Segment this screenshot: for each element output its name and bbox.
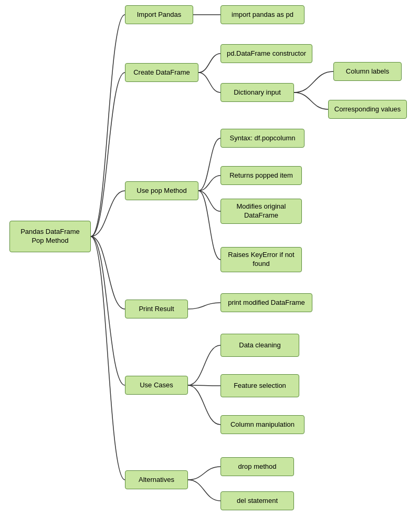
connection-root-print — [91, 236, 125, 309]
connection-root-usepop — [91, 191, 125, 236]
connection-usepop-syntax — [198, 138, 220, 191]
node-del_stmt: del statement — [220, 491, 294, 510]
node-col_manip: Column manipulation — [220, 415, 304, 434]
connection-usecases-col_manip — [188, 385, 220, 425]
connection-usepop-returns — [198, 176, 220, 191]
node-syntax: Syntax: df.popcolumn — [220, 129, 304, 148]
connection-root-usecases — [91, 236, 125, 385]
connection-root-alternatives — [91, 236, 125, 480]
connection-print-print_modified — [188, 303, 220, 309]
node-print_modified: print modified DataFrame — [220, 293, 312, 312]
connection-root-import — [91, 15, 125, 236]
node-corr_values: Corresponding values — [328, 100, 407, 119]
connection-alternatives-del_stmt — [188, 480, 220, 501]
node-drop_method: drop method — [220, 457, 294, 476]
node-data_cleaning: Data cleaning — [220, 334, 299, 357]
connection-alternatives-drop_method — [188, 467, 220, 480]
connection-usepop-raises — [198, 191, 220, 260]
node-alternatives: Alternatives — [125, 470, 188, 489]
connection-dict_input-col_labels — [294, 71, 333, 92]
node-raises: Raises KeyError if not found — [220, 247, 302, 272]
node-col_labels: Column labels — [333, 62, 402, 81]
node-root: Pandas DataFrame Pop Method — [9, 221, 91, 252]
node-usepop: Use pop Method — [125, 181, 198, 200]
connection-usecases-feature_sel — [188, 385, 220, 386]
connection-create-pd_constructor — [198, 54, 220, 73]
node-returns: Returns popped item — [220, 166, 302, 185]
mindmap-container: Pandas DataFrame Pop MethodImport Pandas… — [0, 0, 420, 525]
node-import: Import Pandas — [125, 5, 193, 24]
connection-create-dict_input — [198, 73, 220, 92]
node-dict_input: Dictionary input — [220, 83, 294, 102]
node-create: Create DataFrame — [125, 63, 198, 82]
node-import_pandas_as_pd: import pandas as pd — [220, 5, 304, 24]
node-print: Print Result — [125, 300, 188, 318]
node-usecases: Use Cases — [125, 376, 188, 395]
connection-usepop-modifies — [198, 191, 220, 211]
node-modifies: Modifies original DataFrame — [220, 199, 302, 224]
connection-dict_input-corr_values — [294, 92, 328, 109]
node-feature_sel: Feature selection — [220, 374, 299, 397]
node-pd_constructor: pd.DataFrame constructor — [220, 44, 312, 63]
connection-root-create — [91, 73, 125, 236]
connection-usecases-data_cleaning — [188, 345, 220, 385]
